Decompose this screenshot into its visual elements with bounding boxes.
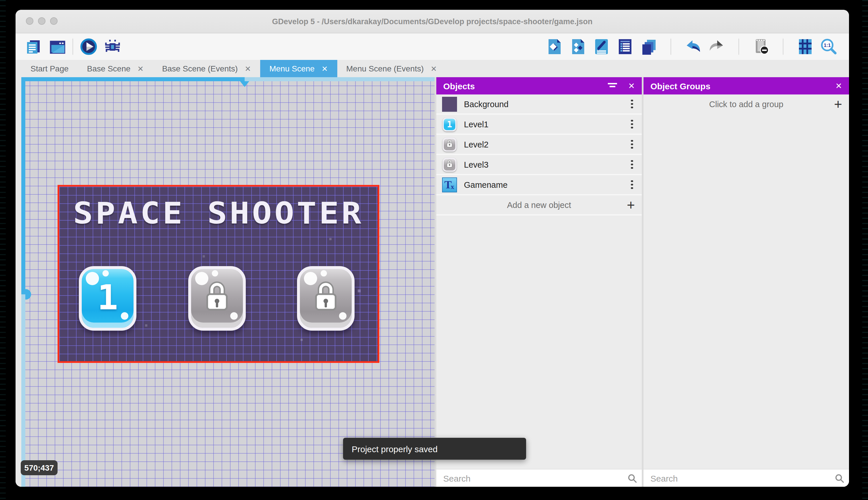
undo-button[interactable] [684,38,702,55]
level2-instance[interactable] [188,266,246,331]
object-menu-icon[interactable] [623,100,641,109]
background-instance-selected[interactable]: SPACE SHOOTER 1 [58,185,379,363]
add-group-button[interactable]: Click to add a group + [644,94,849,114]
object-groups-panel: Object Groups ✕ Click to add a group + [644,77,849,487]
object-groups-editor-icon [570,38,586,55]
lock-icon [203,280,230,314]
project-manager-button[interactable] [25,38,42,55]
object-row-level2[interactable]: Level2 [436,135,642,155]
canvas-vertical-scrollbar[interactable] [21,77,25,487]
object-menu-icon[interactable] [623,180,641,189]
canvas-horizontal-scrollbar[interactable] [21,77,435,81]
tab-base-scene-events[interactable]: Base Scene (Events) ✕ [153,60,260,77]
main-content: SPACE SHOOTER 1 [15,77,849,487]
start-page-button[interactable] [48,38,66,55]
redo-button[interactable] [708,38,725,55]
filter-icon[interactable] [608,82,618,90]
objects-editor-icon [546,38,562,55]
project-manager-icon [25,38,42,55]
objects-panel: Objects ✕ Background [436,77,642,487]
search-icon [627,473,637,483]
level1-thumbnail: 1 [442,117,457,132]
save-toast: Project properly saved [343,438,526,460]
level2-thumbnail [442,137,457,152]
tab-label: Menu Scene [269,64,315,73]
debug-button[interactable] [104,38,121,55]
object-groups-search-input[interactable] [649,473,835,484]
bug-icon [104,38,121,55]
close-window-button[interactable] [26,17,33,25]
toolbar-separator [72,38,73,55]
tab-close-icon[interactable]: ✕ [245,64,251,73]
search-icon [835,473,844,483]
tab-menu-scene-events[interactable]: Menu Scene (Events) ✕ [337,60,446,77]
toolbar-separator [783,38,783,55]
objects-search-input[interactable] [442,473,627,484]
tab-close-icon[interactable]: ✕ [321,64,328,73]
layers-icon [640,38,657,55]
object-groups-search-bar [644,469,849,487]
gdevelop-window: GDevelop 5 - /Users/dkarakay/Documents/G… [15,10,849,487]
tab-close-icon[interactable]: ✕ [137,64,144,73]
add-object-button[interactable]: Add a new object + [436,195,642,215]
object-menu-icon[interactable] [623,120,641,129]
open-object-groups-editor-button[interactable] [569,38,587,55]
svg-text:1:1: 1:1 [824,43,831,48]
objects-panel-empty-area [436,215,642,469]
objects-search-bar [436,469,642,487]
cursor-coordinates: 570;437 [21,460,58,475]
level3-instance[interactable] [297,266,354,331]
background-thumbnail [442,96,457,112]
close-object-groups-panel-icon[interactable]: ✕ [835,81,842,90]
level3-thumbnail [442,157,457,172]
tab-close-icon[interactable]: ✕ [431,64,437,73]
scene-canvas[interactable]: SPACE SHOOTER 1 [15,77,435,487]
object-groups-panel-title: Object Groups [650,81,825,91]
tab-start-page[interactable]: Start Page [21,60,78,77]
window-mask-icon [752,38,770,55]
open-objects-editor-button[interactable] [546,38,563,55]
minimize-window-button[interactable] [38,17,46,25]
object-groups-empty-area [644,114,849,469]
gamename-thumbnail: Tx [442,177,457,192]
open-layers-editor-button[interactable] [640,38,657,55]
zoom-1to1-icon: 1:1 [820,37,837,56]
open-properties-button[interactable] [593,38,610,55]
toggle-grid-button[interactable] [797,38,814,55]
objects-panel-title: Objects [443,81,597,91]
level1-instance[interactable]: 1 [79,266,137,331]
object-row-gamename[interactable]: Tx Gamename [436,175,642,195]
grid-icon [797,38,813,55]
object-menu-icon[interactable] [623,160,641,169]
object-row-level1[interactable]: 1 Level1 [436,115,642,135]
window-title: GDevelop 5 - /Users/dkarakay/Documents/G… [272,17,592,26]
preview-button[interactable] [80,38,97,55]
traffic-lights [26,17,58,25]
object-row-level3[interactable]: Level3 [436,155,642,175]
properties-icon [594,38,610,55]
plus-icon: + [834,97,842,111]
play-icon [80,37,97,56]
open-instances-list-button[interactable] [617,38,634,55]
level1-number: 1 [82,277,133,317]
tab-label: Base Scene [87,64,130,73]
main-toolbar: 1:1 [15,33,849,60]
start-page-icon [48,38,66,55]
redo-icon [708,38,725,55]
toolbar-separator [739,38,739,55]
object-menu-icon[interactable] [623,140,641,149]
scene-stars [59,186,60,188]
toast-message: Project properly saved [352,444,438,454]
toolbar-left-group [25,38,66,55]
zoom-options-button[interactable]: 1:1 [820,38,837,55]
toggle-window-mask-button[interactable] [752,38,770,55]
gamename-text-instance[interactable]: SPACE SHOOTER [44,198,394,228]
tab-base-scene[interactable]: Base Scene ✕ [78,60,153,77]
horizontal-scroll-thumb[interactable] [240,81,249,87]
tab-label: Base Scene (Events) [162,64,238,73]
tab-menu-scene[interactable]: Menu Scene ✕ [260,60,337,77]
undo-icon [684,38,702,55]
maximize-window-button[interactable] [50,17,58,25]
close-objects-panel-icon[interactable]: ✕ [628,81,635,90]
object-row-background[interactable]: Background [436,94,642,115]
